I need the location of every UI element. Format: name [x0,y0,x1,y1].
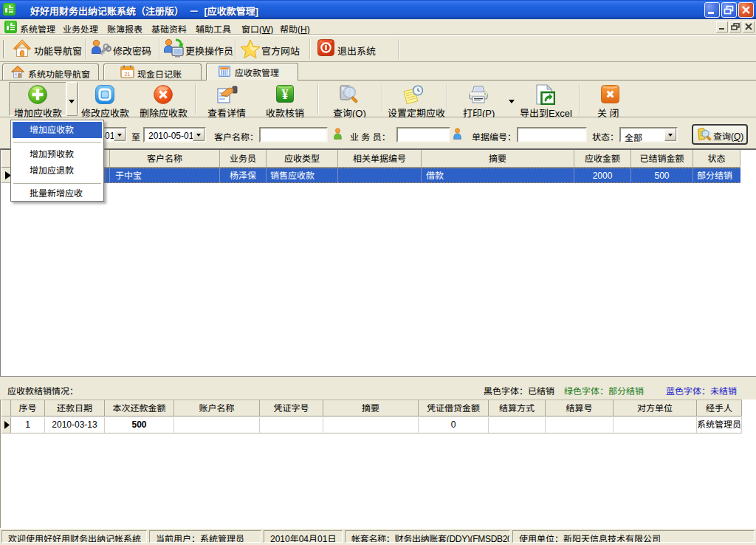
svg-text:¥: ¥ [282,87,289,102]
svg-text:21: 21 [125,72,131,77]
